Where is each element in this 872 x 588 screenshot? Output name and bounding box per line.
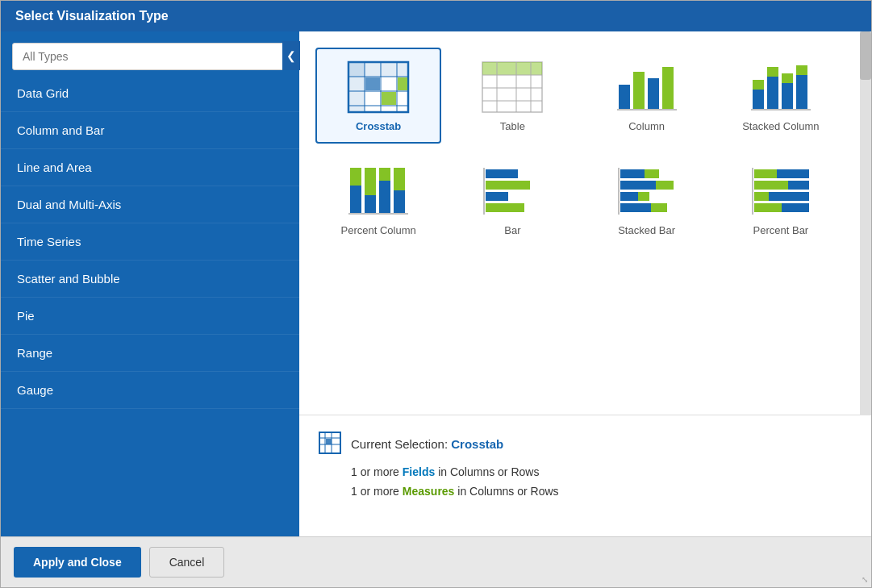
svg-rect-29: [782, 83, 793, 109]
svg-rect-32: [796, 65, 807, 75]
info-header: Current Selection: Crosstab: [319, 432, 852, 456]
svg-rect-51: [656, 181, 674, 190]
stacked-bar-label: Stacked Bar: [618, 224, 675, 236]
viz-item-percent-column[interactable]: Percent Column: [315, 152, 441, 248]
column-icon: [615, 59, 679, 115]
svg-rect-55: [651, 203, 667, 212]
svg-rect-13: [482, 62, 542, 75]
sidebar-item-line-and-area[interactable]: Line and Area: [1, 149, 299, 186]
resize-handle[interactable]: ⤡: [862, 575, 868, 584]
sidebar-item-gauge[interactable]: Gauge: [1, 372, 299, 409]
sidebar-item-data-grid[interactable]: Data Grid: [1, 75, 299, 112]
info-line-2: 1 or more Measures in Columns or Rows: [319, 485, 852, 498]
svg-rect-21: [633, 72, 645, 109]
svg-rect-22: [648, 78, 659, 109]
search-input[interactable]: [12, 43, 288, 70]
crosstab-label: Crosstab: [356, 120, 401, 132]
svg-rect-64: [754, 203, 782, 212]
bar-icon: [480, 163, 544, 219]
crosstab-icon: [346, 59, 411, 115]
line2-prefix: 1 or more: [351, 485, 403, 498]
bar-label: Bar: [504, 224, 520, 236]
column-label: Column: [628, 120, 665, 132]
svg-rect-49: [645, 169, 659, 178]
main-content: Crosstab: [299, 31, 871, 536]
current-selection-icon: [319, 432, 343, 456]
svg-rect-54: [620, 203, 651, 212]
viz-item-percent-bar[interactable]: Percent Bar: [718, 152, 844, 248]
svg-rect-50: [620, 181, 656, 190]
svg-rect-62: [754, 192, 769, 201]
percent-column-label: Percent Column: [341, 224, 416, 236]
percent-bar-label: Percent Bar: [753, 224, 809, 236]
svg-rect-2: [348, 62, 365, 112]
svg-rect-10: [382, 92, 396, 105]
stacked-column-icon: [749, 59, 813, 115]
sidebar: ❮ Data Grid Column and Bar Line and Area…: [1, 31, 299, 536]
scrollbar[interactable]: [860, 31, 871, 415]
dialog: Select Visualization Type ❮ Data Grid Co…: [0, 0, 872, 588]
info-title: Current Selection: Crosstab: [351, 437, 503, 451]
dialog-body: ❮ Data Grid Column and Bar Line and Area…: [1, 31, 871, 536]
viz-grid-container: Crosstab: [299, 31, 860, 415]
stacked-column-label: Stacked Column: [742, 120, 819, 132]
svg-rect-37: [365, 168, 376, 195]
table-icon: [480, 59, 544, 115]
svg-rect-31: [796, 75, 807, 109]
svg-rect-11: [398, 77, 407, 90]
svg-rect-71: [326, 439, 332, 444]
line2-suffix: in Columns or Rows: [454, 485, 558, 498]
sidebar-item-dual-and-multi-axis[interactable]: Dual and Multi-Axis: [1, 186, 299, 223]
viz-item-stacked-column[interactable]: Stacked Column: [718, 48, 844, 144]
fields-highlight: Fields: [403, 465, 435, 478]
line1-prefix: 1 or more: [351, 465, 403, 478]
dialog-title: Select Visualization Type: [1, 1, 871, 31]
info-line-1: 1 or more Fields in Columns or Rows: [319, 465, 852, 478]
measures-highlight: Measures: [403, 485, 455, 498]
content-with-scrollbar: Crosstab: [299, 31, 871, 415]
svg-rect-60: [754, 181, 788, 190]
dialog-footer: Apply and Close Cancel ⤡: [1, 536, 871, 587]
svg-rect-26: [753, 80, 764, 90]
scrollbar-thumb[interactable]: [860, 31, 871, 80]
viz-item-table[interactable]: Table: [449, 48, 575, 144]
sidebar-item-range[interactable]: Range: [1, 335, 299, 372]
sidebar-item-column-and-bar[interactable]: Column and Bar: [1, 112, 299, 149]
viz-item-column[interactable]: Column: [584, 48, 710, 144]
viz-item-stacked-bar[interactable]: Stacked Bar: [584, 152, 710, 248]
current-label: Current Selection:: [351, 437, 448, 451]
svg-rect-41: [394, 168, 405, 190]
svg-rect-25: [753, 90, 764, 109]
sidebar-item-scatter-and-bubble[interactable]: Scatter and Bubble: [1, 261, 299, 298]
svg-rect-43: [486, 169, 518, 178]
stacked-bar-icon: [615, 163, 679, 219]
viz-item-bar[interactable]: Bar: [449, 152, 575, 248]
sidebar-item-pie[interactable]: Pie: [1, 298, 299, 335]
cancel-button[interactable]: Cancel: [149, 547, 225, 578]
viz-grid: Crosstab: [315, 48, 844, 248]
sidebar-nav: Data Grid Column and Bar Line and Area D…: [1, 75, 299, 536]
svg-rect-58: [754, 169, 777, 178]
percent-bar-icon: [749, 163, 813, 219]
sidebar-collapse-button[interactable]: ❮: [282, 41, 300, 70]
svg-rect-35: [350, 168, 361, 186]
svg-rect-27: [767, 77, 778, 109]
sidebar-item-time-series[interactable]: Time Series: [1, 223, 299, 261]
apply-and-close-button[interactable]: Apply and Close: [14, 547, 141, 578]
viz-item-crosstab[interactable]: Crosstab: [315, 48, 441, 144]
svg-rect-52: [620, 192, 638, 201]
sidebar-search: [12, 43, 288, 70]
svg-rect-46: [486, 203, 524, 212]
line1-suffix: in Columns or Rows: [435, 465, 539, 478]
svg-rect-48: [620, 169, 645, 178]
svg-rect-53: [638, 192, 649, 201]
current-value: Crosstab: [451, 437, 503, 451]
svg-rect-23: [662, 67, 674, 109]
info-panel: Current Selection: Crosstab 1 or more Fi…: [299, 415, 871, 536]
svg-rect-44: [486, 181, 530, 190]
svg-rect-20: [619, 85, 630, 109]
svg-rect-28: [767, 67, 778, 77]
svg-rect-30: [782, 73, 793, 83]
svg-rect-9: [365, 77, 380, 90]
svg-rect-45: [486, 192, 508, 201]
